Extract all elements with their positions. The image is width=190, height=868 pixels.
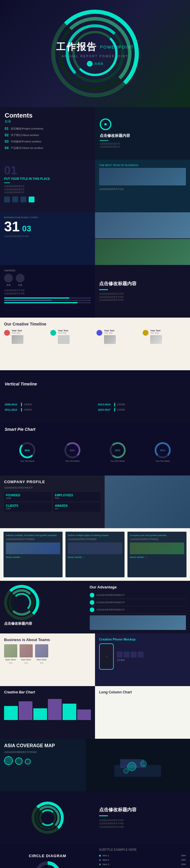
long-chart-right: Long Column Chart	[95, 686, 190, 739]
contents-subtitle: 目录	[5, 119, 90, 124]
advantage-left: 点击修改标题内容	[0, 581, 86, 633]
contents-title: Contents	[5, 112, 90, 119]
teams-right: Creative Phone Mockup 📱 点击修改	[95, 633, 190, 686]
vtimeline-item-1: 2009-2010 点击此处	[5, 403, 92, 406]
advantage-row-2: 点击此处添加优势内容描述文字	[90, 599, 186, 606]
teams-title: Business is About Teams	[4, 638, 91, 642]
phone-mockup: 📱	[99, 643, 114, 670]
map-left: ASIA COVERAGE MAP 点击此处添加地图说明文字内容描述	[0, 739, 86, 792]
timeline-item-2: Year Text Your Text	[50, 329, 94, 344]
slide-business: 01 PUT YOUR TITLE IN THIS PLACE 点击此处添加内容…	[0, 160, 190, 212]
contents-left: Contents 目录 01 前言概括/Project comments 02 …	[0, 107, 95, 160]
logo: 白龙龙	[56, 61, 134, 67]
slide-numbers: BUSINESS PLAN IN EASY 5 STEPS 31 03 点击此处…	[0, 212, 190, 265]
phone-mockup-title: Creative Phone Mockup	[99, 638, 186, 641]
numbers-left: BUSINESS PLAN IN EASY 5 STEPS 31 03 点击此处…	[0, 212, 95, 265]
creative-bar-title: Creative Bar Chart	[4, 690, 91, 694]
industry-card-1: Industry visibility, Innovation and grow…	[3, 532, 63, 577]
timeline-item-4: Year Text Your Text	[142, 329, 186, 344]
click-title-2: 点击修改标题内容	[4, 621, 82, 626]
diagram-left: CIRCLE DIAGRAM	[0, 844, 95, 868]
slide-title: 工作报告 POWERPOINT ANNUAL REPORT POWERPOINT…	[0, 0, 190, 107]
long-chart-title: Long Column Chart	[99, 690, 186, 694]
company-stat-4: AWARDS 50+	[53, 502, 100, 512]
vtimeline-title: Vertical Timeline	[5, 382, 185, 386]
awards-left: AWARDS 奖项 奖项 点击此处添加文字内容点击此处添加文字内容	[0, 265, 95, 318]
map-svg	[108, 747, 167, 783]
pie-item-3: 90% Your Text Name	[95, 442, 140, 462]
title-content: 工作报告 POWERPOINT ANNUAL REPORT POWERPOINT…	[56, 41, 134, 67]
put-title: PUT YOUR TITLE IN THIS PLACE	[4, 177, 91, 181]
industry-card-2: Deliver multiple types of training impac…	[65, 532, 125, 577]
click-modify-title: 点击修改标题内容	[99, 281, 186, 287]
slide-map: ASIA COVERAGE MAP 点击此处添加地图说明文字内容描述	[0, 739, 190, 792]
svg-point-1	[140, 761, 147, 767]
advantage-row-1: 点击此处添加优势内容描述文字	[90, 592, 186, 599]
slide-industries: Industry visibility, Innovation and grow…	[0, 528, 190, 581]
circle-diagram-title: CIRCLE DIAGRAM	[29, 854, 66, 858]
slide-contents: Contents 目录 01 前言概括/Project comments 02 …	[0, 107, 190, 160]
pie-title: Smart Pie Chart	[5, 427, 35, 432]
menu-item-4: 04 产品展示/About our product	[5, 146, 90, 150]
subtitle: ANNUAL REPORT POWERPOINT	[56, 55, 134, 58]
best-team: THE BEST TEAM OF BUSINESS	[99, 164, 186, 167]
advantage-right: Our Advantage 点击此处添加优势内容描述文字 点击此处添加优势内容描…	[86, 581, 190, 633]
pie-item-2: 60% Your Text Name	[50, 442, 95, 462]
advantage-row-3: 点击此处添加优势内容描述文字	[90, 606, 186, 614]
diagram-item-1: Item 1 35%	[99, 854, 186, 857]
slide-pie-chart: Smart Pie Chart 80% Your Text Name 60% Y…	[0, 423, 190, 475]
svg-point-2	[124, 769, 128, 773]
company-right	[105, 475, 190, 528]
slide-awards: AWARDS 奖项 奖项 点击此处添加文字内容点击此处添加文字内容 点击修改标题…	[0, 265, 190, 318]
team-member-1: Ryan Oliver 职位	[4, 644, 17, 664]
circle-diagram-svg	[34, 861, 61, 868]
big-num-1: 31	[4, 220, 20, 234]
team-member-3: Elsa Oliver 职位	[35, 644, 48, 664]
slide-advantage: 点击修改标题内容 Our Advantage 点击此处添加优势内容描述文字 点击…	[0, 581, 190, 633]
section-number: 01	[4, 164, 91, 177]
circle-left-section	[0, 792, 95, 844]
company-title: COMPANY PROFILE	[4, 479, 100, 484]
creative-timeline-title: Our Creative Timeline	[4, 322, 186, 327]
slide-circle-click: 点击修改标题内容 点击此处添加内容文字内容点击此处添加内容文字内容点击此处添加内…	[0, 792, 190, 844]
diagram-right: SUBTITLE EXAMPLE HERE Item 1 35% Item 2 …	[95, 844, 190, 868]
teams-left: Business is About Teams Ryan Oliver 职位 E…	[0, 633, 95, 686]
numbers-right	[95, 212, 190, 265]
company-stat-3: CLIENTS 200+	[4, 502, 52, 512]
timeline-item-1: Year Text Your Text	[4, 329, 48, 344]
vtimeline-item-3: 2013-2014 点击此处	[98, 403, 185, 406]
slide-teams: Business is About Teams Ryan Oliver 职位 E…	[0, 633, 190, 686]
slide-company-profile: COMPANY PROFILE 点击此处添加公司简介内容文字 FOUNDED 2…	[0, 475, 190, 528]
map-title: ASIA COVERAGE MAP	[4, 743, 82, 748]
svg-point-0	[127, 762, 136, 771]
business-right: THE BEST TEAM OF BUSINESS 点击此处添加内容文字点击	[95, 160, 190, 212]
team-member-2: Elsa Oliver 职位	[20, 644, 33, 664]
company-left: COMPANY PROFILE 点击此处添加公司简介内容文字 FOUNDED 2…	[0, 475, 105, 528]
diagram-item-3: Item 3 20%	[99, 863, 186, 866]
company-stat-2: EMPLOYEES 500+	[53, 492, 100, 501]
slide-charts: Creative Bar Chart Long Column Chart	[0, 686, 190, 739]
map-right	[86, 739, 190, 792]
main-title-chinese: 工作报告	[56, 41, 97, 54]
awards-right: 点击修改标题内容 点击此处添加内容文字内容点击此处添加内容文字内容点击此处添加内…	[95, 265, 190, 318]
big-num-2: 03	[22, 224, 31, 234]
business-left: 01 PUT YOUR TITLE IN THIS PLACE 点击此处添加内容…	[0, 160, 95, 212]
menu-item-3: 03 中间板块/Product workers	[5, 140, 90, 144]
click-title: 点击修改标题内容	[100, 133, 185, 138]
diagram-item-2: Item 2 25%	[99, 859, 186, 861]
subtitle-example: SUBTITLE EXAMPLE HERE	[99, 848, 186, 851]
contents-right: 点击修改标题内容 点击此处添加内容文字点击此处添加内容文字	[95, 107, 190, 160]
menu-item-2: 02 关于我们/About workers	[5, 133, 90, 137]
industry-card-3: Company size and growth potential 点击此处添加…	[127, 532, 187, 577]
circle-click-title: 点击修改标题内容	[99, 807, 186, 813]
timeline-item-3: Year Text Your Text	[96, 329, 140, 344]
pie-item-1: 80% Your Text Name	[5, 442, 50, 462]
company-stat-1: FOUNDED 2008	[4, 492, 52, 501]
slide-circle-diagram: CIRCLE DIAGRAM SUBTITLE EXAMPLE HERE Ite…	[0, 844, 190, 868]
vtimeline-item-2: 2011-2012 点击此处	[5, 408, 92, 411]
slide-creative-timeline: Our Creative Timeline Year Text Your Tex…	[0, 318, 190, 370]
pie-item-4: 95% Your Text Name	[140, 442, 186, 462]
advantage-title: Our Advantage	[90, 585, 186, 589]
menu-item-1: 01 前言概括/Project comments	[5, 127, 90, 131]
slide-vtimeline: Vertical Timeline 2009-2010 点击此处 2011-20…	[0, 370, 190, 423]
